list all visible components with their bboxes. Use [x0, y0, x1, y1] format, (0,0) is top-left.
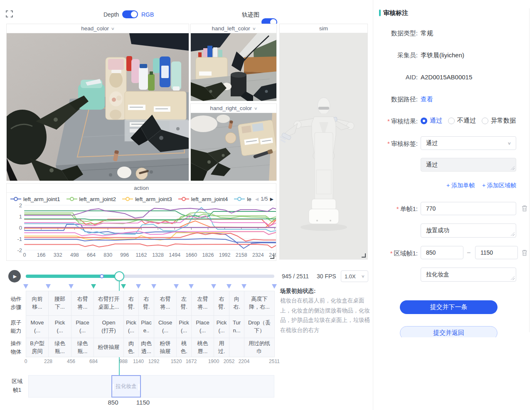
step-cell[interactable]: 右臂 将... [154, 291, 177, 316]
delete-region-frame-icon[interactable] [521, 249, 528, 256]
result-radio-option[interactable]: 异常数据 [482, 117, 516, 125]
delete-single-frame-icon[interactable] [521, 205, 528, 212]
step-cell[interactable]: Place (... [191, 315, 214, 338]
tag-note-textarea[interactable]: 通过 [421, 158, 516, 172]
add-region-frame-button[interactable]: + 添加区域帧 [482, 182, 516, 189]
step-cell[interactable]: 绿色 瓶... [48, 338, 71, 357]
step-cell[interactable]: 腰部 下... [48, 291, 71, 316]
step-cell[interactable]: Tur n... [229, 315, 244, 338]
info-field-value: A2D0015AB00015 [421, 74, 472, 81]
add-single-frame-button[interactable]: + 添加单帧 [446, 182, 475, 189]
region-desc: 拉化妆盒 [426, 271, 449, 278]
step-cell[interactable]: Pick (... [214, 315, 229, 338]
step-cell[interactable]: 肉色 透... [138, 338, 154, 357]
step-cell[interactable]: B户型 房间 [26, 338, 49, 357]
submit-next-button[interactable]: 提交并下一条 [400, 300, 498, 314]
single-frame-value: 770 [426, 205, 436, 212]
step-cell[interactable]: Move (... [26, 315, 49, 338]
step-cell[interactable]: 粉饼抽屉 [94, 338, 124, 357]
step-cell[interactable]: 右 臂. [214, 291, 229, 316]
step-cell[interactable]: 右臂 将... [71, 291, 94, 316]
hand-right-camera-header[interactable]: hand_right_color ∨ [191, 104, 276, 113]
single-frame-marker-dot[interactable] [100, 274, 104, 278]
svg-text:1660: 1660 [185, 252, 197, 258]
step-cell[interactable]: 用过的纸 巾 [244, 338, 275, 357]
legend-next-icon[interactable]: ▶ [270, 196, 273, 202]
step-cell[interactable]: 用 过. [214, 338, 229, 357]
required-asterisk: * [397, 205, 399, 212]
depth-rgb-toggle[interactable] [122, 10, 138, 18]
step-marker-icon[interactable] [121, 284, 126, 289]
step-marker-icon[interactable] [23, 284, 28, 289]
timeline-slider-handle[interactable] [114, 271, 124, 281]
step-cell[interactable] [229, 338, 244, 357]
step-cell[interactable]: 向前 移... [26, 291, 49, 316]
region-end-value: 1150 [480, 249, 493, 256]
step-cell[interactable]: 肉 色. [123, 338, 139, 357]
resize-corner-icon[interactable] [362, 253, 366, 258]
legend-item[interactable]: left_arm_joint1 [10, 196, 60, 202]
step-cell[interactable]: Plac e.. [138, 315, 154, 338]
step-cell[interactable]: Close (... [154, 315, 177, 338]
legend-item[interactable]: left_arm_joint4 [178, 196, 228, 202]
step-cell[interactable]: Open (打开) [94, 315, 124, 338]
single-frame-input[interactable]: 770 [421, 202, 516, 215]
segment-left-handle[interactable] [113, 384, 114, 390]
legend-prev-icon[interactable]: ◀ [255, 196, 259, 202]
step-cell[interactable]: 绿色 瓶... [71, 338, 94, 357]
step-marker-icon[interactable] [241, 284, 246, 289]
step-marker-icon[interactable] [227, 284, 232, 289]
region-segment[interactable]: 拉化妆盒 [111, 375, 141, 398]
step-marker-icon[interactable] [211, 284, 216, 289]
hand-left-camera-header[interactable]: hand_left_color ∨ [191, 24, 276, 33]
speed-select[interactable]: 1.0X ∨ [341, 270, 368, 282]
step-cell[interactable]: 右 臂. [138, 291, 154, 316]
single-frame-desc-textarea[interactable]: 放置成功 [421, 223, 516, 238]
resize-corner-icon[interactable] [270, 255, 274, 259]
step-cell[interactable]: 向 右. [229, 291, 244, 316]
step-cell[interactable]: 桃 色. [176, 338, 192, 357]
step-cell[interactable]: Pick (... [48, 315, 71, 338]
step-cell[interactable]: Drop（丢 下） [244, 315, 275, 338]
radio-selected-icon[interactable] [421, 118, 427, 124]
step-marker-icon[interactable] [272, 284, 277, 289]
step-marker-icon[interactable] [91, 284, 96, 289]
step-cell[interactable]: Pick (... [123, 315, 139, 338]
step-cell[interactable]: 粉饼 抽屉 [154, 338, 177, 357]
scrollbar-track[interactable] [529, 8, 530, 332]
segment-right-handle[interactable] [138, 384, 140, 390]
radio-icon[interactable] [482, 118, 488, 124]
step-cell[interactable]: 右臂打开 桌面上... [94, 291, 124, 316]
legend-item[interactable]: left_arm_joint3 [122, 196, 172, 202]
submit-return-button[interactable]: 提交并返回 [400, 326, 498, 337]
step-marker-icon[interactable] [174, 284, 179, 289]
result-radio-option[interactable]: 不通过 [448, 117, 476, 125]
step-cell[interactable]: 右 臂. [123, 291, 139, 316]
legend-item[interactable]: le [234, 196, 251, 202]
step-cell[interactable]: Pick (... [176, 315, 192, 338]
step-marker-icon[interactable] [189, 284, 194, 289]
region-frame-label: *区域帧1: [373, 250, 418, 258]
data-path-link[interactable]: 查看 [421, 96, 433, 103]
play-button[interactable]: ▶ [8, 270, 21, 282]
step-marker-icon[interactable] [136, 284, 141, 289]
step-cell[interactable]: 高度下 降，右... [244, 291, 275, 316]
step-marker-icon[interactable] [46, 284, 51, 289]
region-desc-textarea[interactable]: 拉化妆盒 [421, 268, 516, 282]
head-camera-header[interactable]: head_color ∨ [7, 24, 189, 33]
step-cell[interactable]: Place (... [71, 315, 94, 338]
legend-item[interactable]: left_arm_joint2 [66, 196, 116, 202]
step-cell[interactable]: 桃色 唇... [191, 338, 214, 357]
radio-icon[interactable] [448, 118, 455, 124]
review-panel-title: 审核标注 [383, 9, 408, 17]
fullscreen-icon[interactable] [6, 10, 13, 17]
step-marker-icon[interactable] [69, 284, 74, 289]
step-cell[interactable]: 左 臂. [176, 291, 192, 316]
tag-select[interactable]: 通过 ∨ [421, 136, 516, 150]
region-start-input[interactable]: 850 [421, 246, 463, 259]
step-marker-icon[interactable] [151, 284, 156, 289]
result-radio-option[interactable]: 通过 [421, 117, 442, 125]
region-end-input[interactable]: 1150 [475, 246, 518, 259]
region-track[interactable] [28, 375, 274, 398]
step-cell[interactable]: 左臂 将... [191, 291, 214, 316]
